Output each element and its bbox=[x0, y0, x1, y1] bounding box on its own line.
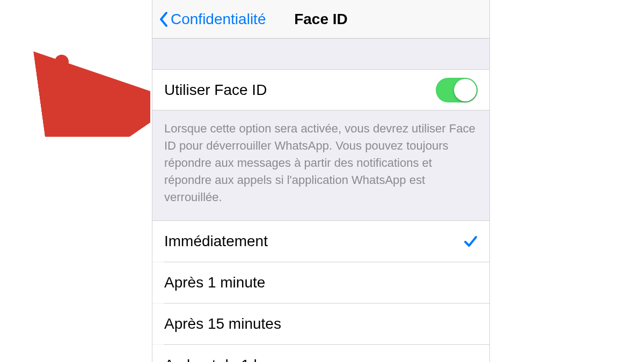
navigation-bar: Confidentialité Face ID bbox=[152, 0, 489, 39]
faceid-description: Lorsque cette option sera activée, vous … bbox=[152, 110, 489, 221]
section-spacer bbox=[152, 39, 489, 70]
lock-option-1min[interactable]: Après 1 minute bbox=[152, 262, 489, 303]
lock-option-1hr[interactable]: Au bout de 1 heure bbox=[152, 345, 489, 362]
lock-option-15min[interactable]: Après 15 minutes bbox=[152, 304, 489, 344]
use-faceid-row: Utiliser Face ID bbox=[152, 70, 489, 110]
back-button[interactable]: Confidentialité bbox=[152, 11, 266, 28]
use-faceid-label: Utiliser Face ID bbox=[164, 82, 267, 99]
lock-option-label: Immédiatement bbox=[164, 233, 268, 250]
callout-arrow-icon bbox=[32, 51, 150, 137]
chevron-left-icon bbox=[159, 11, 169, 27]
lock-option-immediate[interactable]: Immédiatement bbox=[152, 221, 489, 262]
settings-screen: Confidentialité Face ID Utiliser Face ID… bbox=[152, 0, 490, 362]
checkmark-icon bbox=[464, 234, 478, 248]
lock-option-label: Après 1 minute bbox=[164, 274, 265, 291]
page-title: Face ID bbox=[294, 11, 348, 28]
lock-option-label: Après 15 minutes bbox=[164, 315, 281, 333]
back-label: Confidentialité bbox=[171, 11, 266, 28]
lock-option-label: Au bout de 1 heure bbox=[164, 357, 292, 362]
use-faceid-toggle[interactable] bbox=[436, 78, 478, 102]
